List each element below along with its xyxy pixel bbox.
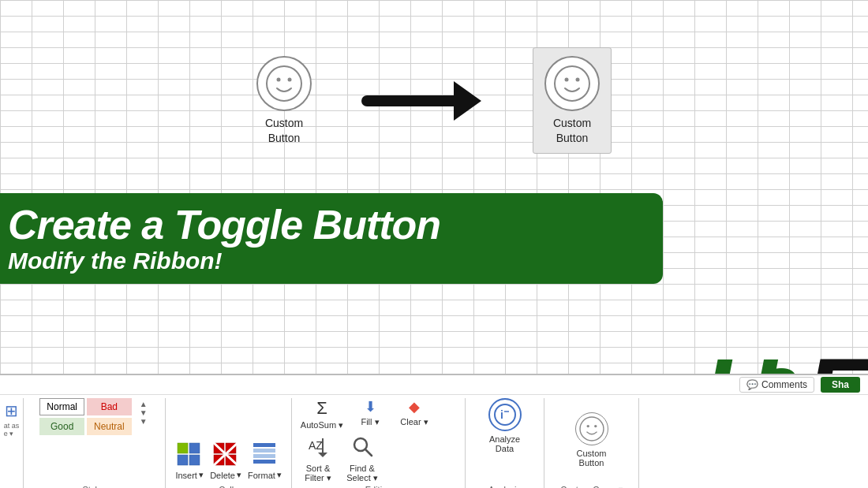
styles-grid: Normal Bad Good Neutral bbox=[39, 398, 131, 435]
upper-section: CustomButton CustomButton bbox=[0, 0, 868, 201]
style-bad[interactable]: Bad bbox=[87, 398, 132, 415]
button-label-left: CustomButton bbox=[265, 116, 303, 144]
svg-point-31 bbox=[586, 425, 589, 427]
delete-svg bbox=[213, 442, 238, 466]
sort-icon: AZ bbox=[307, 435, 329, 462]
cells-label: Cells bbox=[219, 483, 238, 488]
ribbon-partial-left: ⊞ at ase ▾ bbox=[0, 398, 24, 488]
custom-section-footer: Custom Group ▾ bbox=[560, 483, 623, 488]
editing-label: Editing bbox=[365, 483, 392, 488]
find-select-button[interactable]: Find &Select ▾ bbox=[342, 435, 382, 483]
arrow-svg bbox=[359, 69, 485, 132]
partial-icon: ⊞ bbox=[5, 401, 18, 420]
analyze-label: AnalyzeData bbox=[489, 434, 520, 453]
svg-rect-18 bbox=[253, 443, 275, 447]
custom-button[interactable]: CustomButton bbox=[575, 412, 608, 468]
styles-label: Styles bbox=[83, 483, 107, 488]
svg-rect-8 bbox=[178, 443, 188, 453]
svg-marker-24 bbox=[318, 453, 327, 457]
svg-text:i: i bbox=[500, 408, 503, 421]
scroll-up[interactable]: ▲ bbox=[140, 400, 148, 408]
svg-point-1 bbox=[277, 78, 281, 82]
custom-group-arrow[interactable]: ▾ bbox=[619, 485, 623, 489]
custom-smiley-icon bbox=[575, 412, 608, 445]
style-good[interactable]: Good bbox=[39, 418, 84, 435]
svg-text:AZ: AZ bbox=[309, 439, 323, 452]
svg-point-2 bbox=[288, 78, 292, 82]
partial-label: at ase ▾ bbox=[4, 422, 20, 438]
ribbon-main-content: ⊞ at ase ▾ Normal Bad Good Neutral ▲ ▼ ▼… bbox=[0, 395, 868, 488]
svg-point-32 bbox=[594, 425, 597, 427]
delete-icon bbox=[211, 440, 240, 468]
find-svg bbox=[351, 435, 373, 457]
banner-title: Create a Toggle Button bbox=[8, 203, 647, 248]
delete-label: Delete ▾ bbox=[210, 470, 241, 480]
analyze-svg: i bbox=[493, 403, 517, 427]
fill-icon: ⬇ bbox=[365, 398, 376, 415]
insert-svg bbox=[177, 442, 202, 466]
scroll-expand[interactable]: ▼ bbox=[140, 417, 148, 426]
svg-line-26 bbox=[365, 449, 372, 456]
svg-rect-19 bbox=[253, 449, 275, 453]
insert-icon bbox=[175, 440, 204, 468]
button-label-right: CustomButton bbox=[553, 116, 591, 144]
custom-group-label: Custom Group bbox=[560, 483, 617, 488]
ribbon-cells-section: Insert ▾ Delete ▾ bbox=[166, 398, 292, 488]
analysis-content: i AnalyzeData bbox=[488, 398, 522, 483]
insert-button[interactable]: Insert ▾ bbox=[175, 440, 204, 480]
styles-content: Normal Bad Good Neutral ▲ ▼ ▼ bbox=[39, 398, 148, 483]
svg-rect-20 bbox=[253, 454, 275, 458]
share-button[interactable]: Sha bbox=[821, 377, 860, 393]
format-label: Format ▾ bbox=[248, 470, 282, 480]
format-icon bbox=[250, 440, 279, 468]
delete-button[interactable]: Delete ▾ bbox=[210, 440, 241, 480]
svg-rect-10 bbox=[178, 455, 188, 465]
style-normal[interactable]: Normal bbox=[39, 398, 84, 415]
smiley-svg-left bbox=[264, 64, 304, 103]
svg-rect-21 bbox=[253, 460, 275, 464]
banner-subtitle: Modify the Ribbon! bbox=[8, 248, 647, 274]
ribbon-analysis-section: i AnalyzeData Analysis bbox=[466, 398, 544, 488]
svg-point-6 bbox=[565, 78, 569, 82]
ribbon-editing-section: Σ AutoSum ▾ ⬇ Fill ▾ ◆ Clear ▾ bbox=[292, 398, 466, 488]
svg-point-30 bbox=[580, 417, 604, 441]
comments-label: Comments bbox=[761, 379, 807, 390]
analyze-icon: i bbox=[488, 398, 522, 431]
smiley-icon-right bbox=[544, 56, 600, 111]
custom-button-highlighted[interactable]: CustomButton bbox=[533, 47, 612, 153]
styles-scrollbar: ▲ ▼ ▼ bbox=[138, 398, 149, 427]
format-button[interactable]: Format ▾ bbox=[248, 440, 282, 480]
clear-icon: ◆ bbox=[409, 398, 420, 415]
ribbon-top-bar: 💬 Comments Sha bbox=[0, 375, 868, 395]
svg-marker-4 bbox=[454, 81, 481, 121]
sort-filter-button[interactable]: AZ Sort &Filter ▾ bbox=[298, 435, 338, 483]
share-label: Sha bbox=[832, 379, 849, 390]
smiley-svg-right bbox=[552, 64, 592, 103]
clear-label: Clear ▾ bbox=[400, 417, 428, 427]
svg-rect-9 bbox=[189, 443, 200, 453]
ribbon-custom-section: CustomButton Custom Group ▾ bbox=[544, 398, 639, 488]
smiley-icon-left bbox=[256, 56, 312, 111]
arrow-right bbox=[359, 69, 485, 132]
find-label: Find &Select ▾ bbox=[346, 464, 378, 483]
autosum-icon: Σ bbox=[316, 398, 327, 419]
clear-button[interactable]: ◆ Clear ▾ bbox=[395, 398, 434, 427]
sort-label: Sort &Filter ▾ bbox=[305, 464, 331, 483]
svg-point-5 bbox=[555, 66, 589, 101]
autosum-label: AutoSum ▾ bbox=[301, 420, 343, 430]
analyze-data-button[interactable]: i AnalyzeData bbox=[488, 398, 522, 453]
custom-smiley-svg bbox=[578, 415, 605, 442]
svg-rect-11 bbox=[189, 455, 200, 465]
comments-button[interactable]: 💬 Comments bbox=[739, 377, 814, 393]
cells-buttons: Insert ▾ Delete ▾ bbox=[175, 398, 282, 483]
insert-label: Insert ▾ bbox=[175, 470, 204, 480]
custom-content: CustomButton bbox=[575, 398, 608, 482]
autosum-button[interactable]: Σ AutoSum ▾ bbox=[298, 398, 346, 430]
style-neutral[interactable]: Neutral bbox=[87, 418, 132, 435]
ribbon: 💬 Comments Sha ⊞ at ase ▾ Normal Bad Goo… bbox=[0, 374, 868, 488]
svg-point-7 bbox=[576, 78, 580, 82]
fill-button[interactable]: ⬇ Fill ▾ bbox=[350, 398, 390, 427]
custom-button-label: CustomButton bbox=[577, 449, 607, 468]
analysis-label: Analysis bbox=[488, 483, 521, 488]
scroll-down[interactable]: ▼ bbox=[140, 408, 148, 417]
